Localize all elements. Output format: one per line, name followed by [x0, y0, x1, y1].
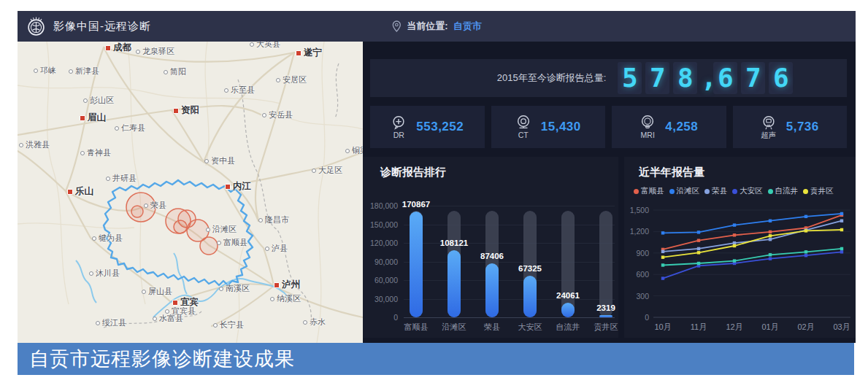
data-point [697, 247, 700, 250]
data-point [804, 254, 807, 257]
x-axis-tick: 10月 [644, 322, 682, 332]
x-axis-tick: 沿滩区 [435, 322, 473, 332]
map-place-label: 沐川县 [89, 268, 120, 278]
bar-value-label: 170867 [394, 200, 438, 209]
bar-大安区 [523, 276, 537, 317]
top-bar: 影像中国-远程诊断 当前位置: 自贡市 [18, 11, 856, 42]
map-place-marker-icon [250, 42, 254, 47]
map-place-marker-icon [80, 115, 85, 121]
current-location: 当前位置: 自贡市 [391, 11, 481, 42]
map-place-marker-icon [345, 149, 350, 153]
map-place-marker-icon [67, 189, 73, 195]
map-place-marker-icon [144, 204, 148, 208]
map-place-label: 沿滩区 [206, 225, 237, 234]
map-place-label: 纳溪区 [270, 294, 301, 303]
bar-value-label: 108121 [432, 239, 476, 247]
x-axis-tick: 大安区 [511, 322, 549, 332]
data-point [733, 259, 736, 262]
data-point [840, 220, 843, 222]
counter-digit: 7 [645, 62, 669, 94]
data-point [733, 233, 736, 236]
location-value-link[interactable]: 自贡市 [453, 20, 482, 33]
map-place-label: 眉山 [80, 113, 106, 123]
map-place-label: 屏山县 [142, 287, 172, 296]
map-panel[interactable]: 成都龙泉驿区邛崃新津县简阳大英县遂宁安居区乐至县安岳县彭山区眉山资阳仁寿县洪雅县… [18, 42, 363, 343]
x-axis-tick: 11月 [680, 322, 718, 332]
map-place-label: 资中县 [204, 156, 235, 166]
map-place-label: 富顺县 [217, 238, 247, 247]
x-axis-tick: 自流井 [549, 322, 587, 332]
y-axis-tick: 180,000 [363, 201, 398, 210]
data-point [840, 250, 843, 253]
y-axis-tick: 600 [624, 270, 649, 279]
ultrasound-icon [761, 115, 777, 131]
total-reports-label: 2015年至今诊断报告总量: [497, 71, 607, 85]
map-place-label: 内江 [225, 182, 251, 191]
data-point [840, 247, 843, 250]
map-place-marker-icon [142, 290, 146, 294]
map-place-label: 新津县 [69, 66, 99, 76]
data-point [769, 257, 772, 260]
data-point [769, 253, 772, 256]
report-volume-bubble [200, 237, 218, 255]
map-place-label: 青神县 [80, 148, 111, 158]
map-place-label: 井研县 [106, 174, 137, 183]
data-point [840, 212, 843, 215]
report-volume-bubble [174, 220, 187, 233]
map-place-label: 水富县 [153, 314, 183, 323]
x-axis-tick: 12月 [715, 322, 753, 332]
bar-chart: 030,00060,00090,000120,000150,000180,000… [363, 157, 618, 338]
data-point [661, 231, 664, 234]
data-point [697, 239, 700, 241]
counter-digit: 6 [769, 62, 793, 94]
data-point [769, 234, 772, 237]
map-place-marker-icon [164, 70, 168, 74]
map-place-marker-icon [303, 320, 307, 325]
map-place-marker-icon [312, 169, 316, 173]
total-reports-counter: 578,676 [618, 62, 793, 94]
bar-value-label: 67325 [508, 264, 552, 273]
y-axis-tick: 150,000 [363, 220, 398, 229]
report-volume-bubble [131, 206, 143, 217]
data-point [840, 228, 843, 231]
map-place-marker-icon [19, 143, 23, 147]
map-place-label: 犍为县 [92, 233, 123, 243]
map-place-marker-icon [213, 323, 218, 328]
map-place-marker-icon [265, 247, 269, 251]
map-place-label: 龙泉驿区 [136, 47, 174, 56]
data-point [769, 220, 772, 222]
map-place-label: 乐至县 [224, 85, 255, 95]
map-place-marker-icon [217, 241, 221, 245]
map-place-marker-icon [258, 218, 263, 222]
map-place-label: 赤水 [303, 317, 326, 327]
map-place-marker-icon [276, 78, 280, 82]
y-axis-tick: 0 [624, 313, 649, 322]
x-axis-tick: 02月 [787, 322, 825, 332]
map-place-marker-icon [225, 184, 231, 190]
map-place-label: 安岳县 [262, 110, 293, 120]
data-point [804, 250, 807, 253]
map-place-label: 邛崃 [34, 66, 56, 75]
stat-label: MRI [641, 131, 655, 139]
map-place-label: 资阳 [173, 106, 199, 115]
gridline [404, 317, 615, 318]
stat-value: 15,430 [541, 120, 581, 134]
bar-value-label: 24061 [546, 291, 590, 300]
line-series-自流井 [663, 249, 842, 266]
x-axis-tick: 富顺县 [397, 322, 435, 332]
map-place-marker-icon [34, 69, 38, 73]
map-place-marker-icon [106, 177, 110, 181]
bar-value-label: 87406 [470, 252, 514, 260]
y-axis-tick: 900 [624, 249, 649, 258]
counter-digit: 5 [618, 62, 642, 94]
map-place-marker-icon [96, 321, 100, 325]
bar-富顺县 [410, 212, 423, 317]
map-place-label: 南溪区 [219, 284, 250, 293]
map-place-marker-icon [89, 271, 93, 276]
map-place-marker-icon [115, 126, 119, 131]
stats-panel: 2015年至今诊断报告总量: 578,676 DR553,252CT15,430… [363, 42, 856, 343]
stat-label: CT [518, 131, 529, 139]
bar-自流井 [561, 303, 575, 317]
location-label: 当前位置: [407, 20, 448, 33]
map-place-label: 绥江县 [96, 318, 126, 328]
